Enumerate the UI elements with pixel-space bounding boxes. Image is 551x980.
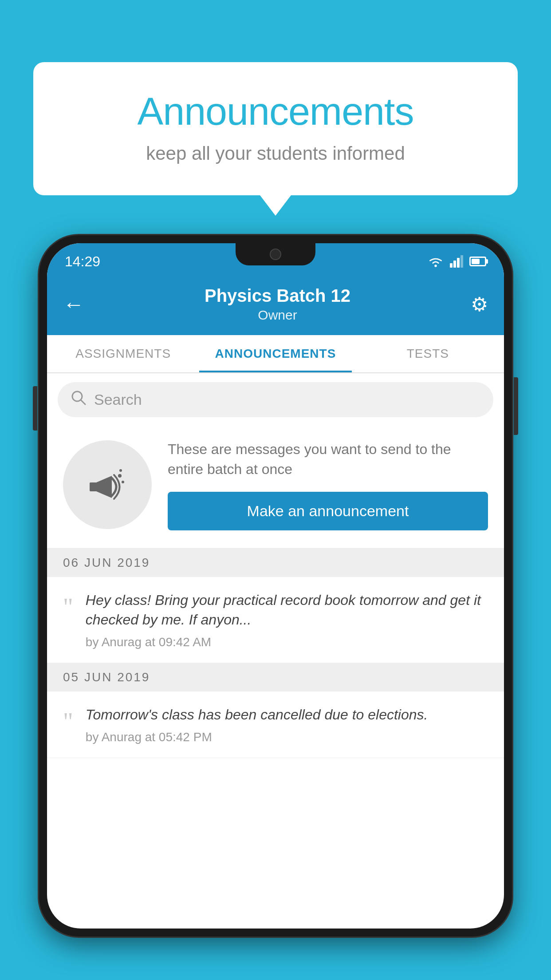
search-placeholder: Search — [94, 391, 142, 408]
quote-icon-2: " — [63, 709, 73, 734]
phone-outer: 14:29 — [39, 235, 512, 937]
header-title-area: Physics Batch 12 Owner — [205, 286, 350, 323]
svg-rect-2 — [453, 261, 456, 268]
search-icon — [71, 390, 86, 409]
settings-icon[interactable]: ⚙ — [471, 293, 488, 316]
bubble-subtitle: keep all your students informed — [69, 143, 482, 164]
search-bar[interactable]: Search — [58, 382, 493, 417]
battery-icon — [469, 257, 486, 266]
svg-rect-7 — [90, 482, 97, 491]
svg-rect-4 — [460, 255, 463, 268]
svg-point-0 — [434, 265, 437, 267]
app-header: ← Physics Batch 12 Owner ⚙ — [47, 275, 504, 335]
promo-content: These are messages you want to send to t… — [168, 439, 488, 530]
front-camera — [270, 249, 281, 260]
back-button[interactable]: ← — [63, 292, 84, 316]
speech-bubble: Announcements keep all your students inf… — [33, 62, 518, 195]
phone-container: 14:29 — [39, 235, 512, 980]
tabs-bar: ASSIGNMENTS ANNOUNCEMENTS TESTS — [47, 335, 504, 373]
svg-point-8 — [118, 474, 122, 478]
tab-tests[interactable]: TESTS — [352, 335, 504, 372]
announcement-meta-2: by Anurag at 05:42 PM — [86, 730, 488, 744]
status-time: 14:29 — [65, 253, 100, 270]
batch-subtitle: Owner — [205, 308, 350, 323]
svg-line-6 — [81, 400, 85, 404]
announcement-content-2: Tomorrow's class has been cancelled due … — [86, 705, 488, 744]
announcement-text-2: Tomorrow's class has been cancelled due … — [86, 705, 488, 725]
search-container: Search — [47, 373, 504, 426]
tab-announcements[interactable]: ANNOUNCEMENTS — [199, 335, 351, 372]
svg-point-10 — [119, 469, 122, 472]
date-divider-1: 06 JUN 2019 — [47, 549, 504, 577]
batch-title: Physics Batch 12 — [205, 286, 350, 306]
announcement-meta-1: by Anurag at 09:42 AM — [86, 635, 488, 649]
promo-icon-circle — [63, 440, 152, 529]
date-divider-2: 05 JUN 2019 — [47, 663, 504, 692]
announcement-text-1: Hey class! Bring your practical record b… — [86, 590, 488, 630]
tab-assignments[interactable]: ASSIGNMENTS — [47, 335, 199, 372]
speech-bubble-area: Announcements keep all your students inf… — [33, 62, 518, 195]
phone-notch — [236, 243, 315, 265]
signal-icon — [450, 255, 463, 268]
svg-point-9 — [122, 481, 124, 483]
announcement-item-1: " Hey class! Bring your practical record… — [47, 577, 504, 664]
announcement-item-2: " Tomorrow's class has been cancelled du… — [47, 692, 504, 758]
phone-inner: 14:29 — [47, 243, 504, 929]
wifi-icon — [428, 255, 444, 268]
megaphone-icon — [85, 462, 130, 507]
quote-icon-1: " — [63, 595, 73, 620]
svg-rect-3 — [457, 258, 460, 268]
make-announcement-button[interactable]: Make an announcement — [168, 492, 488, 530]
status-icons — [428, 255, 486, 268]
promo-description: These are messages you want to send to t… — [168, 439, 488, 479]
promo-section: These are messages you want to send to t… — [47, 426, 504, 549]
announcement-content-1: Hey class! Bring your practical record b… — [86, 590, 488, 650]
bubble-title: Announcements — [69, 89, 482, 134]
svg-rect-1 — [450, 263, 453, 268]
